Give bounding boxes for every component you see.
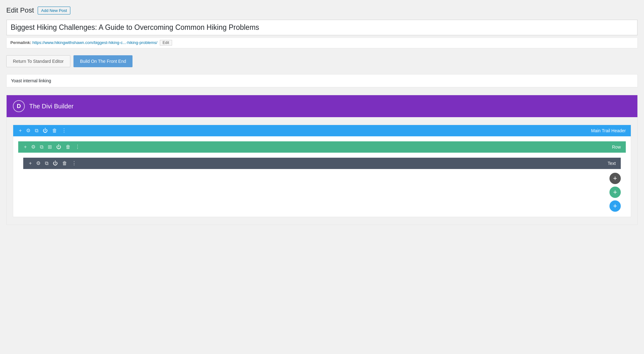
module-settings-icon[interactable]: ⚙ xyxy=(35,161,41,166)
row-duplicate-icon[interactable]: ⧉ xyxy=(39,144,44,150)
row-more-icon[interactable]: ⋮ xyxy=(74,144,81,150)
divi-header: D The Divi Builder xyxy=(7,95,637,117)
module-toggle-icon[interactable]: ⏻ xyxy=(52,161,58,166)
row-add-icon[interactable]: + xyxy=(23,144,27,150)
module-more-icon[interactable]: ⋮ xyxy=(71,161,77,166)
divi-logo: D xyxy=(13,100,25,112)
front-end-button[interactable]: Build On The Front End xyxy=(73,55,133,67)
row-settings-icon[interactable]: ⚙ xyxy=(30,144,36,150)
builder-buttons-area: Return To Standard Editor Build On The F… xyxy=(6,52,638,70)
section-more-icon[interactable]: ⋮ xyxy=(61,128,67,133)
section-delete-icon[interactable]: 🗑 xyxy=(51,128,58,133)
module-add-icon[interactable]: + xyxy=(28,161,32,166)
row-toggle-icon[interactable]: ⏻ xyxy=(56,144,62,150)
row-delete-icon[interactable]: 🗑 xyxy=(65,144,71,150)
add-buttons-area: + + + xyxy=(13,169,631,217)
section-label: Main Trail Header xyxy=(591,128,626,133)
section-toggle-icon[interactable]: ⏻ xyxy=(42,128,48,133)
section-header: + ⚙ ⧉ ⏻ 🗑 ⋮ Main Trail Header xyxy=(13,125,631,136)
module-delete-icon[interactable]: 🗑 xyxy=(62,161,68,166)
divi-content: + ⚙ ⧉ ⏻ 🗑 ⋮ Main Trail Header + ⚙ ⧉ ⊞ ⏻ … xyxy=(7,117,637,225)
page-title: Edit Post xyxy=(6,6,34,14)
module-header: + ⚙ ⧉ ⏻ 🗑 ⋮ Text xyxy=(23,158,621,169)
module-duplicate-icon[interactable]: ⧉ xyxy=(44,161,49,166)
permalink-link[interactable]: https://www.hikingwithshawn.com/biggest-… xyxy=(32,40,157,45)
row-columns-icon[interactable]: ⊞ xyxy=(47,144,52,150)
row-header: + ⚙ ⧉ ⊞ ⏻ 🗑 ⋮ Row xyxy=(18,141,626,153)
permalink-bar: Permalink: https://www.hikingwithshawn.c… xyxy=(6,38,638,48)
standard-editor-button[interactable]: Return To Standard Editor xyxy=(6,55,70,67)
section-add-icon[interactable]: + xyxy=(18,128,22,133)
module-label: Text xyxy=(608,161,616,166)
post-title-area xyxy=(6,19,638,35)
row-label: Row xyxy=(612,144,621,150)
permalink-label: Permalink: xyxy=(10,40,31,45)
section-duplicate-icon[interactable]: ⧉ xyxy=(34,128,39,133)
section-block: + ⚙ ⧉ ⏻ 🗑 ⋮ Main Trail Header + ⚙ ⧉ ⊞ ⏻ … xyxy=(13,125,631,217)
add-section-button[interactable]: + xyxy=(609,200,621,212)
divi-builder: D The Divi Builder + ⚙ ⧉ ⏻ 🗑 ⋮ Main Trai… xyxy=(6,95,638,225)
add-module-button[interactable]: + xyxy=(609,173,621,184)
add-row-button[interactable]: + xyxy=(609,187,621,198)
edit-permalink-button[interactable]: Edit xyxy=(160,40,172,46)
divi-header-title: The Divi Builder xyxy=(29,103,73,110)
add-new-post-button[interactable]: Add New Post xyxy=(38,7,70,14)
post-title-input[interactable] xyxy=(7,20,637,35)
section-settings-icon[interactable]: ⚙ xyxy=(25,128,31,133)
yoast-panel: Yoast internal linking xyxy=(6,74,638,87)
yoast-label: Yoast internal linking xyxy=(11,78,51,83)
